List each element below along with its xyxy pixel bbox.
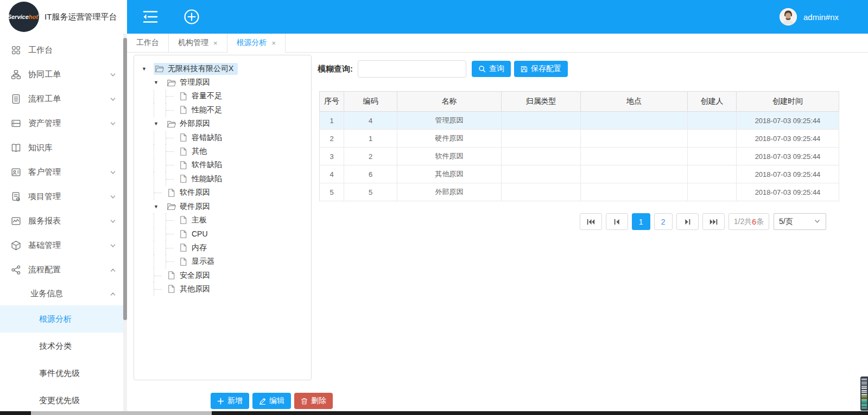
brand[interactable]: Servicehot® IT服务运营管理平台: [0, 0, 127, 34]
tree-node[interactable]: ▼外部原因: [136, 117, 309, 131]
tree-node-label: 外部原因: [180, 119, 210, 129]
chevron-down-icon: [110, 96, 116, 103]
query-button[interactable]: 查询: [472, 61, 511, 77]
meter-top-bars: [861, 379, 867, 395]
fuzzy-search-input[interactable]: [358, 60, 466, 78]
tree-node[interactable]: 容错缺陷: [136, 131, 309, 144]
sidebar-item-流程工单[interactable]: 流程工单: [0, 87, 127, 111]
tree-node-body: 显示器: [178, 256, 219, 267]
sidebar-item-变更优先级[interactable]: 变更优先级: [0, 387, 127, 414]
delete-button[interactable]: 删除: [294, 393, 333, 409]
edit-button-label: 编辑: [269, 396, 284, 406]
tab-根源分析[interactable]: 根源分析×: [227, 34, 286, 53]
tree-guide-line: [154, 186, 166, 200]
tree-node[interactable]: 内存: [136, 241, 309, 254]
table-cell: 2018-07-03 09:25:44: [737, 148, 839, 165]
close-tab-icon[interactable]: ×: [272, 39, 276, 47]
table-row[interactable]: 32软件原因2018-07-03 09:25:44: [320, 148, 839, 165]
sidebar-item-业务信息[interactable]: 业务信息: [0, 282, 127, 305]
first-page-button[interactable]: [580, 213, 602, 230]
table-row[interactable]: 21硬件原因2018-07-03 09:25:44: [320, 130, 839, 148]
tree-node[interactable]: 性能不足: [136, 103, 309, 117]
tree-node[interactable]: 主板: [136, 213, 309, 227]
tree-node-label: 主板: [192, 215, 207, 225]
table-row[interactable]: 14管理原因2018-07-03 09:25:44: [320, 112, 839, 130]
project-icon: [11, 191, 21, 202]
tree-node-body: 外部原因: [166, 118, 214, 130]
column-header: 名称: [397, 92, 502, 112]
tree-expand-arrow-icon[interactable]: ▼: [154, 121, 166, 126]
table-cell: [688, 112, 737, 130]
tree-node[interactable]: ▼硬件原因: [136, 200, 309, 213]
save-config-button[interactable]: 保存配置: [514, 61, 568, 77]
page-size-select[interactable]: 5/页: [774, 213, 826, 230]
sidebar-item-基础管理[interactable]: 基础管理: [0, 233, 127, 258]
page-button-2[interactable]: 2: [654, 213, 673, 230]
table-cell: 1: [320, 112, 344, 130]
page-button-1[interactable]: 1: [632, 213, 650, 230]
tree-node-label: 其他: [192, 146, 207, 156]
sidebar-item-协同工单[interactable]: 协同工单: [0, 62, 127, 87]
sidebar-item-知识库[interactable]: 知识库: [0, 136, 127, 160]
delete-button-label: 删除: [311, 396, 326, 406]
tree-node-label: 内存: [192, 243, 207, 253]
doclines-icon: [11, 94, 21, 104]
user-menu[interactable]: admin#nx: [780, 0, 839, 34]
column-header: 创建人: [688, 92, 737, 112]
pagination-summary: 1/2共6条: [728, 213, 769, 230]
sidebar-item-工作台[interactable]: 工作台: [0, 38, 127, 62]
sidebar-item-服务报表[interactable]: 服务报表: [0, 209, 127, 233]
tree-node[interactable]: 安全原因: [136, 269, 309, 282]
sidebar-item-根源分析[interactable]: 根源分析: [0, 305, 127, 333]
table-cell: 6: [344, 165, 397, 183]
tree-node[interactable]: ▼管理原因: [136, 75, 309, 89]
tab-工作台[interactable]: 工作台: [127, 34, 169, 52]
sidebar-item-项目管理[interactable]: 项目管理: [0, 184, 127, 209]
sidebar-item-事件优先级[interactable]: 事件优先级: [0, 360, 127, 387]
chevron-down-icon: [814, 218, 821, 226]
table-cell: 其他原因: [397, 165, 502, 183]
sidebar-item-资产管理[interactable]: 资产管理: [0, 111, 127, 136]
tree-node[interactable]: 容量不足: [136, 90, 309, 103]
sidebar-item-label: 客户管理: [28, 167, 110, 177]
tree-node-body: 性能不足: [178, 104, 226, 116]
table-row[interactable]: 46其他原因2018-07-03 09:25:44: [320, 165, 839, 183]
report-icon: [11, 216, 21, 226]
tree-actions: 新增 编辑 删除: [211, 393, 333, 409]
horizontal-scrollbar-thumb[interactable]: [31, 411, 212, 415]
tree-node[interactable]: 显示器: [136, 254, 309, 268]
sidebar-item-流程配置[interactable]: 流程配置: [0, 258, 127, 282]
top-header: admin#nx: [127, 0, 868, 34]
chevron-down-icon: [110, 72, 116, 78]
summary-count: 6: [752, 218, 756, 226]
tree-node[interactable]: 其他原因: [136, 282, 309, 296]
tree-node[interactable]: 软件原因: [136, 186, 309, 200]
add-tab-icon[interactable]: [183, 9, 200, 25]
tree-node[interactable]: 性能缺陷: [136, 172, 309, 186]
sidebar-subitem-label: 事件优先级: [39, 368, 116, 379]
next-page-button[interactable]: [676, 213, 699, 230]
table-cell: 3: [320, 148, 344, 165]
summary-text: 1/2共: [734, 217, 752, 227]
table-cell: 5: [344, 183, 397, 201]
edit-button[interactable]: 编辑: [252, 393, 291, 409]
tab-机构管理[interactable]: 机构管理×: [169, 34, 227, 52]
table-row[interactable]: 55外部原因2018-07-03 09:25:44: [320, 183, 839, 201]
tree-expand-arrow-icon[interactable]: ▼: [142, 66, 154, 72]
prev-page-button[interactable]: [606, 213, 628, 230]
sidebar-item-技术分类[interactable]: 技术分类: [0, 333, 127, 360]
tree-node[interactable]: 其他: [136, 144, 309, 158]
contact-icon: [11, 167, 21, 177]
tree-node[interactable]: CPU: [136, 227, 309, 241]
sidebar-scrollbar-thumb[interactable]: [123, 38, 127, 320]
tree-node[interactable]: 软件缺陷: [136, 158, 309, 172]
tree-node[interactable]: ▼无限科技有限公司X: [136, 62, 309, 75]
tree-expand-arrow-icon[interactable]: ▼: [154, 204, 166, 209]
tree-expand-arrow-icon[interactable]: ▼: [154, 80, 166, 85]
collapse-sidebar-icon[interactable]: [142, 10, 159, 24]
add-button[interactable]: 新增: [211, 393, 249, 409]
last-page-button[interactable]: [702, 213, 725, 230]
sidebar-item-客户管理[interactable]: 客户管理: [0, 160, 127, 184]
close-tab-icon[interactable]: ×: [213, 39, 218, 47]
sidebar-item-label: 工作台: [28, 45, 116, 55]
